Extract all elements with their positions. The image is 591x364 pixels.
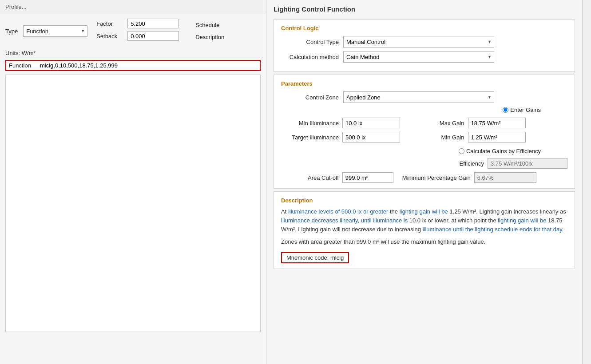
type-select-wrapper[interactable]: Function	[23, 25, 87, 37]
control-logic-section: Control Logic Control Type Manual Contro…	[274, 19, 575, 72]
max-gain-label: Max Gain	[429, 120, 464, 127]
right-edge-panel	[582, 0, 591, 364]
left-panel: Profile... Type Function Factor Setback	[0, 0, 266, 364]
mnemonic-code-box: Mnemonic code: mlclg	[281, 252, 349, 263]
calc-method-label: Calculation method	[281, 54, 343, 60]
desc-highlight-1: illuminance levels of 500.0 lx or greate…	[288, 208, 388, 215]
setback-input[interactable]	[127, 31, 178, 41]
control-zone-select[interactable]: Applied Zone All Zones	[343, 91, 494, 103]
min-gain-input[interactable]	[468, 132, 526, 142]
type-label: Type	[5, 28, 18, 35]
min-gain-label: Min Gain	[429, 134, 464, 141]
schedule-desc-group: Schedule Description	[195, 22, 224, 40]
right-panel: Lighting Control Function Control Logic …	[266, 0, 582, 364]
calc-method-select-wrapper[interactable]: Gain Method Efficiency Method	[343, 51, 494, 63]
min-pct-group: Minimum Percentage Gain	[402, 172, 536, 183]
function-input[interactable]	[40, 62, 257, 69]
target-illuminance-label: Target Illuminance	[281, 134, 339, 141]
chart-area	[5, 75, 261, 332]
max-gain-input[interactable]	[468, 118, 526, 128]
setback-label: Setback	[96, 33, 127, 40]
enter-gains-radio-row: Enter Gains	[281, 107, 567, 113]
units-label: Units: W/m²	[0, 48, 266, 60]
control-type-label: Control Type	[281, 39, 343, 45]
gains-grid: Min Illuminance Target Illuminance Max G…	[281, 118, 567, 142]
control-zone-row: Control Zone Applied Zone All Zones	[281, 91, 567, 103]
min-illuminance-row: Min Illuminance	[281, 118, 420, 128]
factor-input[interactable]	[127, 19, 178, 28]
right-panel-title: Lighting Control Function	[266, 0, 582, 16]
type-row: Type Function Factor Setback Schedu	[0, 14, 266, 48]
min-illuminance-input[interactable]	[342, 118, 400, 128]
function-row: Function	[5, 60, 261, 71]
description-text1: At illuminance levels of 500.0 lx or gre…	[281, 207, 567, 234]
parameters-title: Parameters	[281, 80, 567, 87]
control-type-row: Control Type Manual Control Automatic Co…	[281, 36, 567, 47]
parameters-section: Parameters Control Zone Applied Zone All…	[274, 75, 575, 189]
min-pct-label: Minimum Percentage Gain	[402, 174, 471, 181]
control-zone-select-wrapper[interactable]: Applied Zone All Zones	[343, 91, 494, 103]
desc-highlight-3: illuminance decreases linearly, until il…	[281, 217, 408, 224]
efficiency-label: Efficiency	[460, 160, 484, 167]
factor-setback-group: Factor Setback	[96, 19, 178, 44]
area-cutoff-input[interactable]	[342, 172, 393, 183]
target-illuminance-input[interactable]	[342, 132, 400, 142]
control-type-select-wrapper[interactable]: Manual Control Automatic Control	[343, 36, 494, 47]
schedule-label: Schedule	[195, 22, 224, 28]
min-pct-input	[474, 172, 536, 183]
description-section: Description At illuminance levels of 500…	[274, 191, 575, 269]
description-label: Description	[195, 34, 224, 40]
area-row: Area Cut-off Minimum Percentage Gain	[281, 172, 567, 183]
calc-method-select[interactable]: Gain Method Efficiency Method	[343, 51, 494, 63]
gain-values-group: Max Gain Min Gain	[429, 118, 568, 142]
area-cutoff-group: Area Cut-off	[308, 172, 393, 183]
calc-method-row: Calculation method Gain Method Efficienc…	[281, 51, 567, 63]
type-select[interactable]: Function	[23, 25, 87, 37]
calc-gains-radio-row: Calculate Gains by Efficiency	[281, 148, 567, 154]
enter-gains-radio[interactable]	[503, 107, 508, 113]
function-row-label: Function	[9, 62, 40, 69]
desc-highlight-4: lighting gain will be	[498, 217, 546, 224]
desc-highlight-2: lighting gain will be	[400, 208, 448, 215]
setback-row: Setback	[96, 31, 178, 41]
max-gain-row: Max Gain	[429, 118, 568, 128]
enter-gains-label: Enter Gains	[510, 107, 541, 113]
efficiency-row: Efficiency	[281, 158, 567, 169]
control-logic-title: Control Logic	[281, 25, 567, 32]
min-illuminance-label: Min Illuminance	[281, 120, 339, 127]
min-gain-row: Min Gain	[429, 132, 568, 142]
control-type-select[interactable]: Manual Control Automatic Control	[343, 36, 494, 47]
desc-highlight-5: illuminance until the lighting schedule …	[423, 226, 564, 233]
calc-gains-radio[interactable]	[459, 148, 464, 154]
factor-label: Factor	[96, 20, 127, 27]
efficiency-input	[488, 158, 567, 169]
area-cutoff-label: Area Cut-off	[308, 174, 339, 181]
profile-link[interactable]: Profile...	[0, 0, 266, 14]
calc-gains-label: Calculate Gains by Efficiency	[466, 148, 541, 154]
illuminance-group: Min Illuminance Target Illuminance	[281, 118, 420, 142]
description-section-title: Description	[281, 197, 567, 204]
target-illuminance-row: Target Illuminance	[281, 132, 420, 142]
factor-row: Factor	[96, 19, 178, 28]
control-zone-label: Control Zone	[281, 94, 343, 101]
description-text2: Zones with area greater than 999.0 m² wi…	[281, 237, 567, 246]
